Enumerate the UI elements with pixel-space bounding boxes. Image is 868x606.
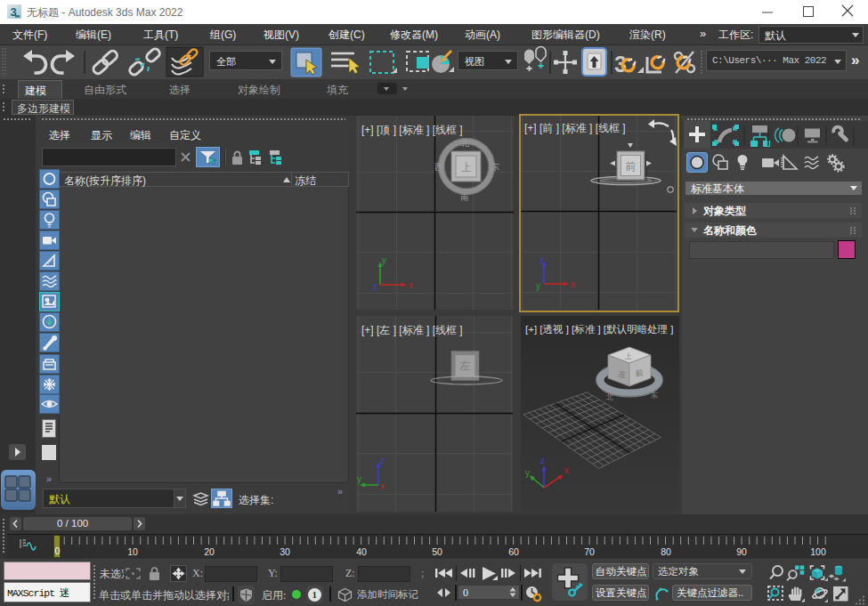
svg-text:z: z <box>539 255 544 265</box>
svg-text:3: 3 <box>614 52 627 77</box>
svg-text:y: y <box>382 255 386 265</box>
svg-text:z: z <box>380 456 385 465</box>
svg-text:20: 20 <box>204 546 215 557</box>
svg-text:x: x <box>380 481 385 491</box>
svg-text:100: 100 <box>810 546 826 557</box>
svg-text:上: 上 <box>624 352 632 360</box>
svg-text:x: x <box>409 280 413 290</box>
svg-text:z: z <box>373 282 377 292</box>
svg-text:z: z <box>540 456 545 465</box>
svg-text:北: 北 <box>460 138 470 148</box>
svg-text:40: 40 <box>356 546 367 557</box>
svg-text:东: 东 <box>651 392 658 400</box>
svg-text:前: 前 <box>635 368 644 378</box>
svg-text:北: 北 <box>605 393 613 401</box>
svg-text:10: 10 <box>127 546 138 557</box>
svg-text:西: 西 <box>434 162 443 172</box>
svg-text:x: x <box>564 465 569 475</box>
svg-text:y: y <box>357 474 361 484</box>
svg-text:30: 30 <box>280 546 290 557</box>
svg-text:东: 东 <box>491 162 499 172</box>
svg-text:左: 左 <box>459 360 471 372</box>
svg-text:y: y <box>525 468 530 478</box>
svg-text:前: 前 <box>626 160 637 173</box>
svg-text:上: 上 <box>461 161 472 174</box>
svg-text:60: 60 <box>508 546 519 557</box>
svg-text:50: 50 <box>432 546 442 557</box>
svg-text:x: x <box>571 279 575 289</box>
svg-text:90: 90 <box>736 546 747 557</box>
svg-text:左: 左 <box>618 369 627 379</box>
svg-text:y: y <box>536 281 540 291</box>
svg-text:南: 南 <box>460 192 469 202</box>
svg-text:80: 80 <box>661 546 671 557</box>
svg-text:70: 70 <box>584 546 595 557</box>
